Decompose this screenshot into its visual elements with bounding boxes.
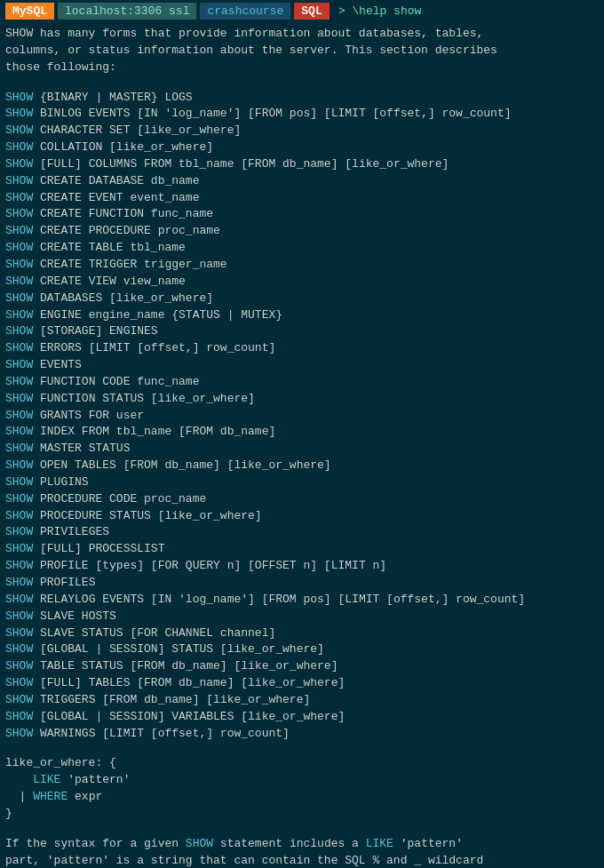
cmd-35: SHOW [FULL] TABLES [FROM db_name] [like_… [5, 675, 599, 692]
cmd-22: SHOW OPEN TABLES [FROM db_name] [like_or… [5, 458, 599, 474]
tab-db[interactable]: crashcourse [200, 3, 290, 20]
cmd-8: SHOW CREATE PROCEDURE proc_name [5, 223, 599, 240]
cmd-15: SHOW ERRORS [LIMIT [offset,] row_count] [5, 340, 599, 357]
cmd-29: SHOW PROFILES [5, 575, 599, 592]
cmd-27: SHOW [FULL] PROCESSLIST [5, 541, 599, 558]
where-line-2: LIKE 'pattern' [5, 772, 599, 789]
cmd-24: SHOW PROCEDURE CODE proc_name [5, 491, 599, 508]
cmd-28: SHOW PROFILE [types] [FOR QUERY n] [OFFS… [5, 558, 599, 575]
cmd-33: SHOW [GLOBAL | SESSION] STATUS [like_or_… [5, 641, 599, 658]
cmd-19: SHOW GRANTS FOR user [5, 408, 599, 425]
where-line-1: like_or_where: { [5, 755, 599, 772]
cmd-16: SHOW EVENTS [5, 357, 599, 374]
tab-host[interactable]: localhost:3306 ssl [58, 3, 196, 20]
cmd-3: SHOW COLLATION [like_or_where] [5, 139, 599, 156]
cmd-38: SHOW WARNINGS [LIMIT [offset,] row_count… [5, 726, 599, 743]
cmd-17: SHOW FUNCTION CODE func_name [5, 374, 599, 391]
cmd-20: SHOW INDEX FROM tbl_name [FROM db_name] [5, 424, 599, 441]
footer-para-1: If the syntax for a given SHOW statement… [5, 836, 599, 853]
tab-mysql[interactable]: MySQL [5, 3, 54, 20]
cmd-37: SHOW [GLOBAL | SESSION] VARIABLES [like_… [5, 709, 599, 726]
where-line-4: } [5, 806, 599, 823]
cmd-1: SHOW BINLOG EVENTS [IN 'log_name'] [FROM… [5, 106, 599, 123]
terminal-content: SHOW has many forms that provide informa… [0, 22, 604, 868]
desc-line-1: SHOW has many forms that provide informa… [5, 27, 483, 40]
cmd-21: SHOW MASTER STATUS [5, 441, 599, 458]
cmd-4: SHOW [FULL] COLUMNS FROM tbl_name [FROM … [5, 156, 599, 173]
footer-para-1b: part, 'pattern' is a string that can con… [5, 853, 599, 868]
where-block: like_or_where: { LIKE 'pattern' | WHERE … [5, 755, 599, 822]
terminal-window: MySQL localhost:3306 ssl crashcourse SQL… [0, 0, 604, 868]
cmd-12: SHOW DATABASES [like_or_where] [5, 291, 599, 307]
cmd-6: SHOW CREATE EVENT event_name [5, 190, 599, 207]
cmd-18: SHOW FUNCTION STATUS [like_or_where] [5, 391, 599, 408]
cmd-30: SHOW RELAYLOG EVENTS [IN 'log_name'] [FR… [5, 592, 599, 609]
cmd-36: SHOW TRIGGERS [FROM db_name] [like_or_wh… [5, 692, 599, 709]
where-line-3: | WHERE expr [5, 789, 599, 806]
commands-list: SHOW {BINARY | MASTER} LOGS SHOW BINLOG … [5, 90, 599, 743]
cmd-11: SHOW CREATE VIEW view_name [5, 274, 599, 291]
footer-section: If the syntax for a given SHOW statement… [5, 836, 599, 868]
cmd-32: SHOW SLAVE STATUS [FOR CHANNEL channel] [5, 625, 599, 642]
cmd-14: SHOW [STORAGE] ENGINES [5, 323, 599, 340]
prompt-text: > \help show [333, 3, 427, 20]
cmd-0: SHOW {BINARY | MASTER} LOGS [5, 90, 599, 107]
description: SHOW has many forms that provide informa… [5, 26, 599, 76]
desc-line-2: columns, or status information about the… [5, 44, 497, 57]
cmd-34: SHOW TABLE STATUS [FROM db_name] [like_o… [5, 658, 599, 675]
cmd-31: SHOW SLAVE HOSTS [5, 609, 599, 625]
cmd-7: SHOW CREATE FUNCTION func_name [5, 206, 599, 223]
cmd-9: SHOW CREATE TABLE tbl_name [5, 240, 599, 257]
cmd-26: SHOW PRIVILEGES [5, 524, 599, 541]
cmd-2: SHOW CHARACTER SET [like_or_where] [5, 123, 599, 139]
cmd-10: SHOW CREATE TRIGGER trigger_name [5, 257, 599, 274]
desc-line-3: those following: [5, 60, 116, 74]
cmd-25: SHOW PROCEDURE STATUS [like_or_where] [5, 508, 599, 525]
title-bar: MySQL localhost:3306 ssl crashcourse SQL… [0, 0, 604, 22]
cmd-5: SHOW CREATE DATABASE db_name [5, 173, 599, 190]
cmd-23: SHOW PLUGINS [5, 474, 599, 491]
cmd-13: SHOW ENGINE engine_name {STATUS | MUTEX} [5, 307, 599, 324]
tab-sql[interactable]: SQL [294, 3, 329, 20]
